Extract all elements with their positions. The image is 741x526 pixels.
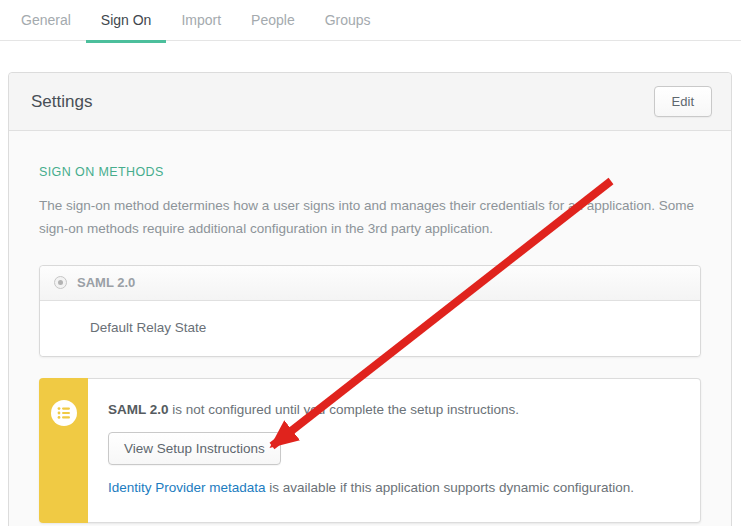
sign-on-methods-heading: SIGN ON METHODS xyxy=(39,165,701,179)
saml-method-box: SAML 2.0 Default Relay State xyxy=(39,265,701,357)
setup-callout: SAML 2.0 is not configured until you com… xyxy=(39,378,701,523)
saml-bold-text: SAML 2.0 xyxy=(108,402,169,417)
saml-method-body: Default Relay State xyxy=(40,301,700,356)
tab-groups[interactable]: Groups xyxy=(310,0,386,43)
settings-panel-body: SIGN ON METHODS The sign-on method deter… xyxy=(9,131,731,523)
app-tabs: General Sign On Import People Groups xyxy=(0,0,741,41)
list-icon xyxy=(51,400,77,523)
tab-people[interactable]: People xyxy=(236,0,310,43)
saml-radio-button[interactable] xyxy=(54,276,67,289)
callout-yellow-strip xyxy=(39,378,88,523)
callout-content: SAML 2.0 is not configured until you com… xyxy=(88,378,701,523)
radio-dot-icon xyxy=(58,280,63,285)
tab-general[interactable]: General xyxy=(6,0,86,43)
not-configured-message: SAML 2.0 is not configured until you com… xyxy=(108,402,680,417)
default-relay-state-label: Default Relay State xyxy=(90,320,206,335)
page-title: Settings xyxy=(31,92,92,112)
tab-import[interactable]: Import xyxy=(166,0,236,43)
sign-on-settings-page: General Sign On Import People Groups Set… xyxy=(0,0,741,526)
edit-button[interactable]: Edit xyxy=(654,86,712,117)
settings-panel: Settings Edit SIGN ON METHODS The sign-o… xyxy=(8,72,732,526)
settings-panel-header: Settings Edit xyxy=(9,73,731,131)
identity-provider-metadata-link[interactable]: Identity Provider metadata xyxy=(108,480,266,495)
tab-sign-on[interactable]: Sign On xyxy=(86,0,167,43)
saml-method-header: SAML 2.0 xyxy=(40,266,700,301)
view-setup-instructions-button[interactable]: View Setup Instructions xyxy=(108,432,281,465)
metadata-message: Identity Provider metadata is available … xyxy=(108,480,680,495)
sign-on-methods-description: The sign-on method determines how a user… xyxy=(39,195,701,241)
saml-method-label: SAML 2.0 xyxy=(77,275,135,290)
